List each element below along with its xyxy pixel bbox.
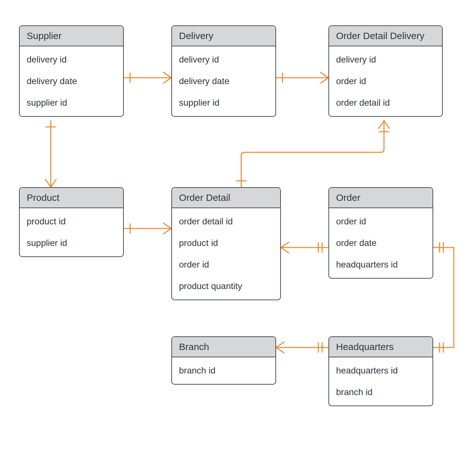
attribute: delivery id <box>172 49 275 70</box>
attribute: order date <box>329 232 433 254</box>
svg-line-22 <box>379 121 384 129</box>
attribute: order id <box>172 254 280 275</box>
entity-title: Order Detail Delivery <box>329 26 442 46</box>
entity-order-detail-delivery[interactable]: Order Detail Delivery delivery id order … <box>328 25 443 117</box>
attribute: delivery id <box>329 49 442 70</box>
entity-title: Order <box>329 188 433 208</box>
entity-title: Order Detail <box>172 188 280 208</box>
attribute: product quantity <box>172 275 280 297</box>
entity-title: Headquarters <box>329 337 433 357</box>
entity-body: product id supplier id <box>20 208 123 256</box>
svg-line-6 <box>321 72 328 78</box>
svg-line-18 <box>281 248 289 253</box>
attribute: supplier id <box>20 232 123 254</box>
entity-body: delivery id order id order detail id <box>329 46 442 116</box>
attribute: order detail id <box>172 211 280 232</box>
entity-title: Branch <box>172 337 275 357</box>
svg-line-7 <box>321 78 328 83</box>
entity-order-detail[interactable]: Order Detail order detail id product id … <box>171 187 281 300</box>
svg-line-2 <box>163 72 171 78</box>
entity-delivery[interactable]: Delivery delivery id delivery date suppl… <box>171 25 276 117</box>
svg-line-27 <box>276 347 284 353</box>
entity-headquarters[interactable]: Headquarters headquarters id branch id <box>328 336 433 406</box>
entity-order[interactable]: Order order id order date headquarters i… <box>328 187 433 279</box>
entity-branch[interactable]: Branch branch id <box>171 336 276 385</box>
attribute: branch id <box>172 360 275 381</box>
attribute: headquarters id <box>329 254 433 275</box>
svg-line-14 <box>163 223 171 228</box>
attribute: product id <box>172 232 280 254</box>
entity-title: Delivery <box>172 26 275 46</box>
entity-supplier[interactable]: Supplier delivery id delivery date suppl… <box>19 25 124 117</box>
attribute: supplier id <box>20 92 123 114</box>
entity-body: delivery id delivery date supplier id <box>20 46 123 116</box>
attribute: product id <box>20 211 123 232</box>
svg-line-11 <box>51 179 56 187</box>
entity-title: Supplier <box>20 26 123 46</box>
svg-line-23 <box>384 121 389 129</box>
svg-line-3 <box>163 78 171 83</box>
entity-body: delivery id delivery date supplier id <box>172 46 275 116</box>
attribute: order id <box>329 70 442 92</box>
attribute: order detail id <box>329 92 442 114</box>
attribute: order id <box>329 211 433 232</box>
entity-body: order detail id product id order id prod… <box>172 208 280 300</box>
svg-line-26 <box>276 342 284 347</box>
er-diagram-canvas: Supplier delivery id delivery date suppl… <box>0 0 476 476</box>
attribute: delivery date <box>172 70 275 92</box>
entity-product[interactable]: Product product id supplier id <box>19 187 124 257</box>
attribute: headquarters id <box>329 360 433 381</box>
entity-body: headquarters id branch id <box>329 357 433 406</box>
entity-title: Product <box>20 188 123 208</box>
attribute: supplier id <box>172 92 275 114</box>
entity-body: order id order date headquarters id <box>329 208 433 278</box>
attribute: delivery id <box>20 49 123 70</box>
attribute: branch id <box>329 381 433 403</box>
svg-line-17 <box>281 242 289 248</box>
attribute: delivery date <box>20 70 123 92</box>
entity-body: branch id <box>172 357 275 384</box>
svg-line-10 <box>45 179 51 187</box>
svg-line-15 <box>163 228 171 234</box>
